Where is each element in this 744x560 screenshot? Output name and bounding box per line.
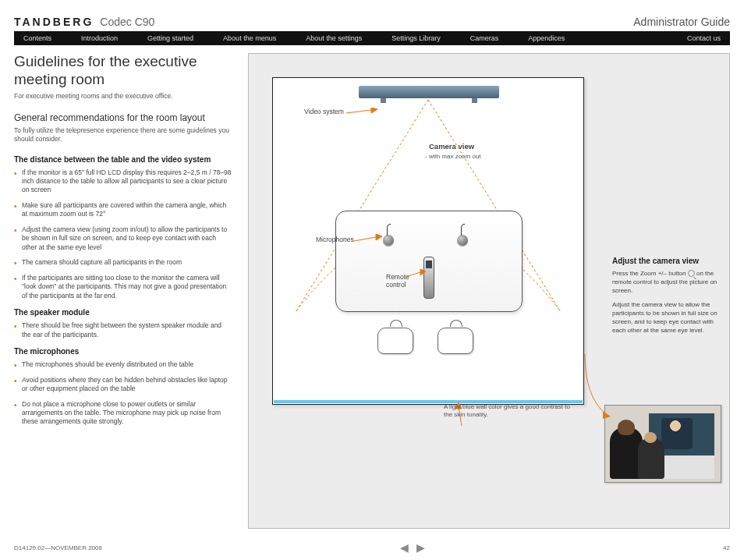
table-icon [335,211,523,312]
nav-introduction[interactable]: Introduction [81,34,118,42]
label-camera-view: Camera view [429,142,474,151]
doc-id: D14129.02—NOVEMBER 2008 [14,544,102,551]
svg-marker-3 [376,234,382,240]
section-recommendations-heading: General recommendations for the room lay… [14,112,232,123]
brand-logo: TANDBERG [14,16,94,28]
magnifier-icon [688,270,695,277]
side-heading: Adjust the camera view [612,257,721,265]
photo-telepresence [604,405,721,483]
photo-person-icon [638,438,664,479]
svg-marker-1 [371,108,377,113]
product-name: Codec C90 [100,16,154,28]
nav-about-settings[interactable]: About the settings [306,34,362,42]
arrow-icon [346,108,377,119]
section-distance-heading: The distance between the table and the v… [14,155,232,164]
section-microphones-list: The microphones should be evenly distrib… [14,360,232,427]
nav-bar: Contents Introduction Getting started Ab… [14,31,730,45]
svg-line-4 [406,272,420,277]
side-p2: Adjust the camera view to allow the part… [612,301,721,335]
label-video-system: Video system [304,108,344,115]
page-title: Guidelines for the executive meeting roo… [14,53,232,89]
arrow-icon [354,234,382,245]
list-item: The microphones should be evenly distrib… [14,360,232,369]
section-distance-list: If the monitor is a 65" full HD LCD disp… [14,168,232,301]
label-remote-2: control [386,281,406,289]
label-microphones: Microphones [316,236,354,243]
wall-color-note: A light blue wall color gives a good con… [444,403,572,420]
nav-getting-started[interactable]: Getting started [147,34,193,42]
content-column: Guidelines for the executive meeting roo… [14,53,248,529]
section-recommendations-lead: To fully utilize the telepresence experi… [14,126,232,144]
microphone-icon [383,235,394,246]
list-item: Avoid positions where they can be hidden… [14,376,232,394]
doc-type: Administrator Guide [633,16,730,28]
svg-marker-8 [603,411,611,419]
list-item: Do not place a microphone close to power… [14,400,232,427]
list-item: If the participants are sitting too clos… [14,274,232,300]
list-item: Adjust the camera view (using zoom in/ou… [14,225,232,252]
nav-about-menus[interactable]: About the menus [223,34,276,42]
side-p1: Press the Zoom +/– button on the remote … [612,270,721,295]
svg-line-0 [346,110,371,113]
svg-marker-5 [420,269,426,275]
chair-icon [433,321,478,360]
list-item: There should be free sight between the s… [14,321,232,339]
page-subtitle: For executive meeting rooms and the exec… [14,92,232,100]
section-microphones-heading: The microphones [14,347,232,356]
section-speaker-heading: The speaker module [14,308,232,317]
nav-contents[interactable]: Contents [23,34,51,42]
list-item: The camera should capture all participan… [14,258,232,267]
room-diagram: Video system Camera view - with max zoom… [248,53,730,529]
chair-icon [373,321,418,360]
label-camera-view-sub: - with max zoom out [425,153,481,160]
nav-contact-us[interactable]: Contact us [687,34,721,42]
arrow-icon [406,269,426,280]
arrow-icon [581,350,612,420]
prev-page-button[interactable]: ◀ [400,541,409,554]
video-screen-icon [359,86,499,98]
footer: D14129.02—NOVEMBER 2008 ◀ ▶ 42 [14,541,730,554]
microphone-icon [457,235,468,246]
nav-cameras[interactable]: Cameras [470,34,499,42]
room-outline: Video system Camera view - with max zoom… [272,77,584,405]
nav-appendices[interactable]: Appendices [528,34,565,42]
next-page-button[interactable]: ▶ [416,541,425,554]
section-speaker-list: There should be free sight between the s… [14,321,232,339]
page-number: 42 [723,544,730,551]
header: TANDBERG Codec C90 Administrator Guide [14,8,730,28]
side-note: Adjust the camera view Press the Zoom +/… [612,257,721,342]
nav-settings-library[interactable]: Settings Library [391,34,441,42]
list-item: Make sure all participants are covered w… [14,201,232,219]
pager: ◀ ▶ [400,541,425,554]
list-item: If the monitor is a 65" full HD LCD disp… [14,168,232,195]
svg-line-2 [354,237,376,241]
